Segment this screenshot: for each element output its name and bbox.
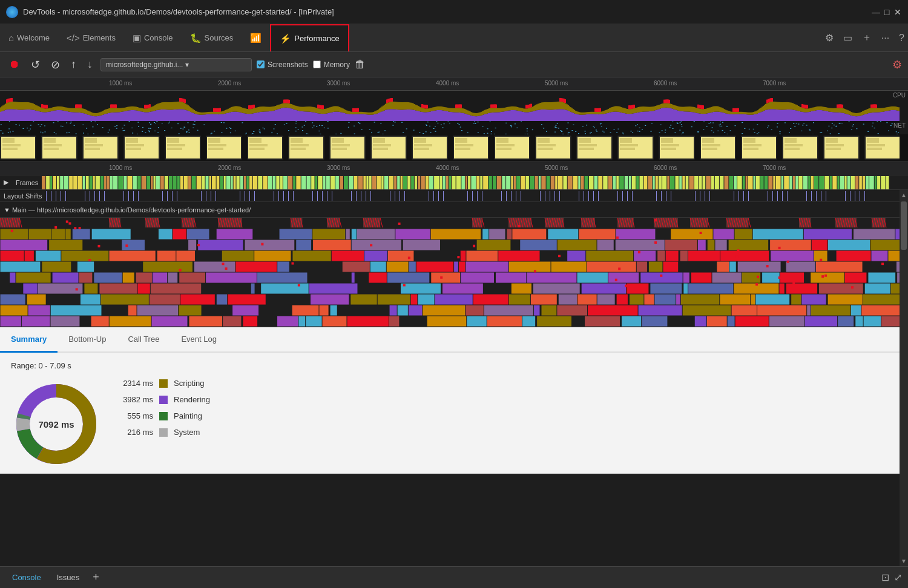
scripting-ms: 2314 ms (120, 379, 153, 388)
screenshot-track (0, 134, 908, 162)
scripting-color (159, 379, 168, 388)
legend-system: 216 ms System (120, 428, 210, 437)
memory-checkbox[interactable] (313, 60, 321, 68)
url-dropdown-icon[interactable]: ▾ (185, 60, 189, 69)
system-label: System (174, 428, 200, 437)
tick-5000: 5000 ms (545, 80, 568, 87)
painting-label: Painting (174, 411, 202, 420)
tab-summary[interactable]: Summary (0, 327, 58, 353)
scroll-down-arrow[interactable]: ▼ (901, 556, 907, 566)
tab-summary-label: Summary (11, 335, 47, 344)
tab-console[interactable]: ▣ Console (124, 24, 182, 51)
main-section-label: ▼ Main — https://microsoftedge.github.io… (4, 206, 251, 214)
new-tab-button[interactable]: ＋ (858, 29, 875, 47)
footer-issues-tab[interactable]: Issues (51, 570, 86, 584)
url-display: microsoftedge.github.i... ▾ (100, 58, 252, 71)
tab-elements-label: Elements (83, 33, 116, 42)
mid-tick-6000: 6000 ms (654, 165, 677, 171)
flamechart-area: 1000 ms 2000 ms 3000 ms 4000 ms 5000 ms … (0, 162, 908, 327)
tab-elements[interactable]: </> Elements (58, 24, 124, 51)
timeline-ruler-mid: 1000 ms 2000 ms 3000 ms 4000 ms 5000 ms … (0, 162, 908, 175)
scripting-label: Scripting (174, 379, 205, 388)
close-button[interactable]: ✕ (893, 8, 902, 16)
frames-expand-icon[interactable]: ▶ (0, 178, 12, 186)
record-button[interactable]: ⏺ (6, 56, 23, 73)
system-color (159, 428, 168, 437)
settings-tab-button[interactable]: ⚙ (821, 30, 837, 46)
delete-recording-button[interactable]: 🗑 (355, 58, 366, 71)
refresh-record-button[interactable]: ↺ (28, 56, 43, 73)
sources-icon: 🐛 (190, 33, 202, 44)
screenshot-strip (0, 134, 900, 162)
memory-checkbox-group[interactable]: Memory (313, 60, 350, 69)
clear-button[interactable]: ⊘ (48, 56, 63, 73)
cpu-track: CPU (0, 91, 908, 121)
console-icon: ▣ (133, 33, 141, 44)
flame-main (0, 218, 908, 327)
tab-sources[interactable]: 🐛 Sources (182, 24, 242, 51)
footer-dock-button[interactable]: ⊡ (881, 572, 889, 583)
mid-tick-2000: 2000 ms (218, 165, 241, 171)
help-button[interactable]: ? (895, 30, 908, 46)
record-bar: ⏺ ↺ ⊘ ↑ ↓ microsoftedge.github.i... ▾ Sc… (0, 52, 908, 77)
wifi-icon: 📶 (250, 33, 262, 44)
main-section-header: ▼ Main — https://microsoftedge.github.io… (0, 202, 908, 218)
tab-welcome[interactable]: ⌂ Welcome (0, 24, 58, 51)
cpu-visualization (0, 91, 900, 121)
tab-event-log[interactable]: Event Log (170, 327, 228, 353)
summary-panel: Range: 0 - 7.09 s 7092 ms 2314 (0, 353, 908, 474)
painting-ms: 555 ms (120, 411, 153, 420)
range-label: Range: 0 - 7.09 s (11, 361, 897, 370)
tab-wifi[interactable]: 📶 (242, 24, 270, 51)
download-button[interactable]: ↓ (84, 56, 96, 73)
toolbar: ⌂ Welcome </> Elements ▣ Console 🐛 Sourc… (0, 24, 908, 52)
layout-shifts-label: Layout Shifts (0, 192, 46, 200)
tab-performance[interactable]: ⚡ Performance (270, 24, 349, 51)
legend-painting: 555 ms Painting (120, 411, 210, 420)
mid-tick-5000: 5000 ms (545, 165, 568, 171)
footer-icons: ⊡ ⤢ (881, 572, 902, 583)
tab-console-label: Console (144, 33, 173, 42)
tab-bottom-up-label: Bottom-Up (68, 335, 106, 344)
footer-console-tab[interactable]: Console (6, 570, 47, 584)
tab-call-tree-label: Call Tree (128, 335, 159, 344)
scroll-thumb[interactable] (901, 201, 907, 250)
tab-welcome-label: Welcome (17, 33, 50, 42)
mid-tick-7000: 7000 ms (763, 165, 786, 171)
frames-row: ▶ Frames (0, 175, 908, 190)
footer-add-button[interactable]: + (89, 570, 103, 585)
tick-1000: 1000 ms (109, 80, 132, 87)
right-scrollbar: ▲ ▼ (900, 190, 908, 566)
net-track: NET (0, 121, 908, 134)
screenshots-checkbox[interactable] (257, 60, 265, 68)
tab-performance-label: Performance (294, 34, 339, 43)
sidebar-tab-button[interactable]: ▭ (840, 30, 856, 46)
performance-icon: ⚡ (280, 33, 291, 44)
scroll-up-arrow[interactable]: ▲ (901, 190, 907, 200)
welcome-icon: ⌂ (8, 33, 14, 43)
overview-panel: 1000 ms 2000 ms 3000 ms 4000 ms 5000 ms … (0, 77, 908, 162)
upload-button[interactable]: ↑ (68, 56, 79, 73)
tab-extra-controls: ⚙ ▭ ＋ ··· ? (821, 24, 908, 51)
mid-tick-1000: 1000 ms (109, 165, 132, 171)
capture-settings-button[interactable]: ⚙ (892, 58, 902, 71)
tab-bottom-up[interactable]: Bottom-Up (58, 327, 117, 353)
frames-visualization (42, 175, 889, 190)
donut-total-label: 7092 ms (38, 419, 74, 430)
screenshots-checkbox-group[interactable]: Screenshots (257, 60, 308, 69)
legend-scripting: 2314 ms Scripting (120, 379, 210, 388)
painting-color (159, 412, 168, 420)
maximize-button[interactable]: □ (883, 8, 891, 16)
rendering-label: Rendering (174, 395, 210, 404)
timeline-ruler-top: 1000 ms 2000 ms 3000 ms 4000 ms 5000 ms … (0, 77, 908, 91)
footer-screencast-button[interactable]: ⤢ (894, 572, 902, 583)
app-icon (6, 6, 18, 18)
rendering-ms: 3982 ms (120, 395, 153, 404)
tick-4000: 4000 ms (436, 80, 459, 87)
minimize-button[interactable]: — (872, 8, 880, 16)
tab-call-tree[interactable]: Call Tree (117, 327, 170, 353)
flame-chart-visualization (0, 218, 900, 327)
tick-6000: 6000 ms (654, 80, 677, 87)
title-bar: DevTools - microsoftedge.github.io/Demos… (0, 0, 908, 24)
more-tools-button[interactable]: ··· (878, 30, 893, 46)
